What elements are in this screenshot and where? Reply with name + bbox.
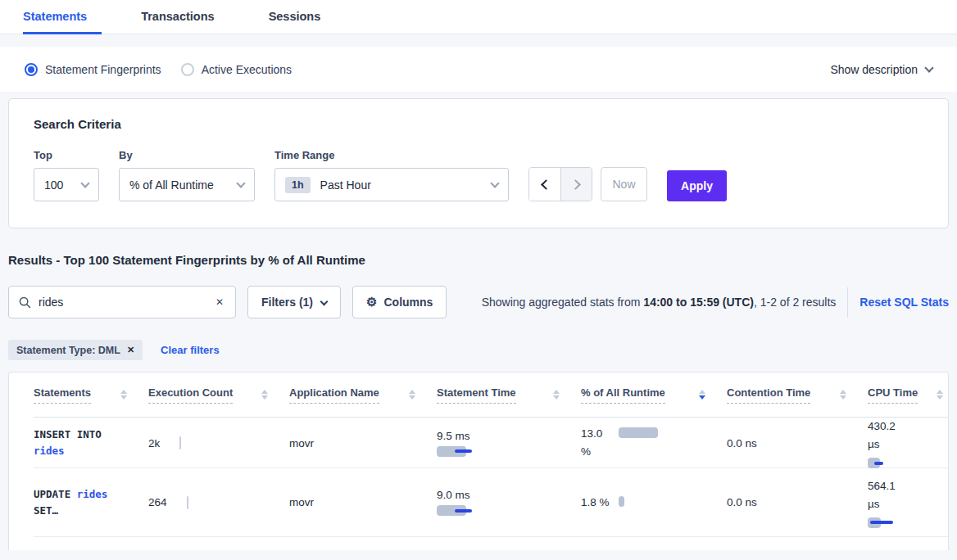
statement-search-box[interactable]: ✕ [8, 286, 236, 318]
statement-type-filter-chip[interactable]: Statement Type: DML ✕ [8, 340, 143, 360]
application-name-cell: movr [289, 437, 437, 449]
runtime-pct-cell: 1.8 % [581, 494, 727, 512]
contention-time-cell: 0.0 ns [727, 496, 868, 508]
column-header-statement-time: Statement Time [437, 386, 581, 404]
filter-chip-label: Statement Type: DML [16, 345, 120, 356]
sort-icon[interactable] [553, 390, 560, 400]
runtime-pct-bar [619, 496, 676, 507]
radio-statement-fingerprints[interactable]: Statement Fingerprints [25, 63, 161, 76]
chevron-left-icon [541, 179, 551, 190]
previous-time-window-button[interactable] [529, 168, 560, 201]
radio-label: Statement Fingerprints [45, 63, 161, 76]
column-header-label[interactable]: CPU Time [868, 386, 918, 404]
sql-activity-tabbar: Statements Transactions Sessions [0, 0, 957, 34]
columns-button[interactable]: ⚙ Columns [352, 286, 447, 318]
sort-icon[interactable] [840, 390, 846, 400]
by-label: By [119, 149, 255, 161]
chevron-down-icon [320, 297, 329, 305]
time-window-nav [528, 167, 592, 201]
sort-icon[interactable] [120, 390, 127, 400]
by-select-value: % of All Runtime [129, 178, 214, 192]
remove-filter-icon[interactable]: ✕ [127, 345, 134, 355]
stats-time-range: 14:00 to 15:59 (UTC) [643, 296, 754, 309]
column-header-label[interactable]: Execution Count [148, 386, 233, 404]
execution-count-cell: 264 [148, 496, 289, 509]
top-select-value: 100 [44, 178, 63, 192]
clear-filters-link[interactable]: Clear filters [161, 344, 220, 356]
sort-icon[interactable] [699, 390, 705, 400]
column-header-label[interactable]: % of All Runtime [581, 386, 665, 404]
top-field: Top 100 [34, 149, 99, 201]
cpu-time-cell: 564.1 µs [868, 477, 948, 528]
column-header-execution-count: Execution Count [148, 386, 289, 404]
top-select[interactable]: 100 [34, 168, 99, 201]
chevron-down-icon [490, 178, 499, 187]
view-toggle-row: Statement Fingerprints Active Executions… [0, 47, 957, 92]
search-criteria-title: Search Criteria [34, 117, 932, 131]
column-header-label[interactable]: Application Name [289, 386, 379, 404]
statement-time-bar [437, 505, 494, 516]
cpu-time-bar [868, 517, 925, 528]
next-time-window-button[interactable] [560, 168, 592, 201]
sort-icon[interactable] [261, 390, 268, 400]
sort-icon[interactable] [409, 390, 415, 400]
statement-fingerprint-link[interactable]: UPDATE rides SET… [34, 486, 148, 519]
column-header-statements: Statements [34, 386, 148, 404]
statement-time-bar [437, 446, 494, 457]
by-field: By % of All Runtime [119, 149, 255, 201]
column-header-label[interactable]: Statements [34, 386, 91, 404]
cpu-time-cell: 430.2 µs [868, 418, 948, 468]
radio-unselected-icon[interactable] [181, 63, 194, 76]
column-header-cpu-time: CPU Time [868, 386, 948, 404]
tab-statements[interactable]: Statements [23, 10, 102, 34]
top-label: Top [34, 149, 99, 161]
runtime-pct-cell: 13.0 % [581, 425, 727, 461]
chevron-right-icon [570, 179, 581, 190]
column-header-contention-time: Contention Time [727, 386, 868, 404]
statement-fingerprint-link[interactable]: INSERT INTO rides [34, 427, 148, 459]
time-range-label: Time Range [274, 149, 509, 161]
radio-label: Active Executions [202, 63, 293, 76]
showing-stats-text: Showing aggregated stats from 14:00 to 1… [482, 296, 837, 309]
statements-table: Statements Execution Count Application N… [8, 372, 949, 550]
statement-time-cell: 9.5 ms [437, 430, 581, 457]
now-button[interactable]: Now [601, 167, 647, 201]
clear-search-icon[interactable]: ✕ [214, 295, 225, 309]
radio-active-executions[interactable]: Active Executions [181, 63, 293, 76]
time-range-field: Time Range 1h Past Hour [274, 149, 509, 201]
search-input[interactable] [39, 296, 214, 309]
search-criteria-fields: Top 100 By % of All Runtime Time Range 1… [34, 149, 932, 201]
time-range-value: Past Hour [320, 178, 371, 192]
show-description-toggle[interactable]: Show description [830, 63, 932, 76]
column-header-application-name: Application Name [289, 386, 437, 404]
chevron-down-icon [80, 178, 89, 187]
apply-button[interactable]: Apply [667, 170, 727, 201]
execution-count-minibar [187, 496, 188, 509]
sort-icon[interactable] [937, 390, 943, 400]
by-select[interactable]: % of All Runtime [119, 168, 255, 201]
column-header-label[interactable]: Contention Time [727, 386, 810, 404]
table-row: INSERT INTO rides 2k movr 9.5 ms 13.0 % … [34, 418, 948, 468]
statement-time-cell: 9.0 ms [437, 489, 581, 516]
divider [847, 287, 848, 317]
gear-icon: ⚙ [366, 295, 377, 309]
filter-chip-row: Statement Type: DML ✕ Clear filters [8, 340, 949, 360]
cpu-time-bar [868, 458, 925, 468]
time-range-select[interactable]: 1h Past Hour [274, 168, 509, 201]
chevron-down-icon [924, 63, 933, 72]
application-name-cell: movr [289, 496, 437, 508]
results-controls: ✕ Filters (1) ⚙ Columns Showing aggregat… [8, 286, 949, 318]
contention-time-cell: 0.0 ns [727, 437, 868, 449]
column-header-runtime-pct: % of All Runtime [581, 386, 727, 404]
filters-button[interactable]: Filters (1) [247, 286, 341, 318]
radio-selected-icon[interactable] [25, 63, 38, 76]
column-header-label[interactable]: Statement Time [437, 386, 516, 404]
filters-button-label: Filters (1) [261, 296, 313, 309]
runtime-pct-bar [619, 427, 676, 438]
tab-sessions[interactable]: Sessions [269, 10, 336, 34]
table-row: UPDATE rides SET… 264 movr 9.0 ms 1.8 % … [34, 468, 948, 537]
tab-transactions[interactable]: Transactions [141, 10, 229, 34]
chevron-down-icon [236, 178, 245, 187]
reset-sql-stats-link[interactable]: Reset SQL Stats [859, 296, 949, 309]
show-description-label: Show description [830, 63, 918, 76]
